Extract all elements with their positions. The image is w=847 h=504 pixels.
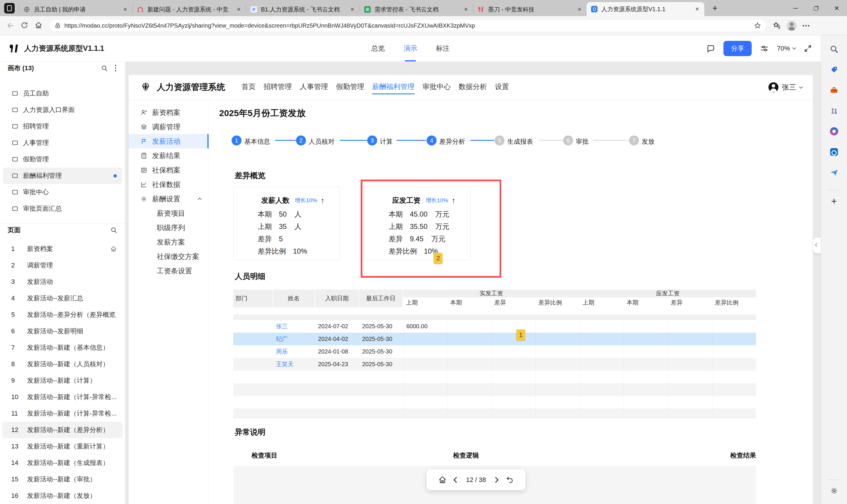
user-menu[interactable]: 张三 <box>768 82 802 92</box>
page-item-selected[interactable]: 12发薪活动--新建（差异分析） <box>2 422 123 438</box>
canvas-item-selected[interactable]: 薪酬福利管理 <box>3 167 122 184</box>
page-item[interactable]: 4发薪活动--发薪汇总 <box>2 290 123 307</box>
outlook-icon[interactable] <box>830 147 839 156</box>
table-row-selected[interactable]: 纪广 2024-04-022025-05-30 <box>233 333 756 345</box>
restart-icon[interactable] <box>505 476 514 484</box>
browser-tab-3[interactable]: B1.人力资源系统 - 飞书云文档 × <box>246 3 360 16</box>
table-row[interactable]: 王笑天 2025-04-232025-05-30 <box>233 358 756 371</box>
sidebar-subitem-payslip-settings[interactable]: 工资条设置 <box>128 264 209 278</box>
nav-home[interactable]: 首页 <box>242 82 256 93</box>
nav-data-analysis[interactable]: 数据分析 <box>459 82 487 93</box>
page-item[interactable]: 3发薪活动 <box>2 274 123 290</box>
step-circle-3[interactable]: 3 <box>367 136 377 145</box>
canvas-item[interactable]: 人事管理 <box>3 134 122 151</box>
sidebar-subitem-salary-items[interactable]: 薪资项目 <box>128 206 209 220</box>
url-input[interactable]: https://modao.cc/proto/FyNsoVZ6t54n47PSA… <box>49 19 767 32</box>
sidebar-item-payroll-activity[interactable]: 发薪活动 <box>128 134 209 148</box>
url-text[interactable]: https://modao.cc/proto/FyNsoVZ6t54n47PSA… <box>65 22 750 29</box>
favorites-bar-icon[interactable] <box>773 21 781 30</box>
browser-menu-icon[interactable] <box>802 25 809 26</box>
annotation-marker-1[interactable]: 1 <box>516 329 525 341</box>
canvas-item[interactable]: 审批页面汇总 <box>3 200 122 217</box>
nav-personnel[interactable]: 人事管理 <box>300 82 328 93</box>
previous-page-icon[interactable] <box>453 477 459 483</box>
page-item[interactable]: 2调薪管理 <box>2 257 123 274</box>
canvas-item[interactable]: 假勤管理 <box>3 151 122 167</box>
browser-tab-4[interactable]: 需求管控表 - 飞书云文档 × <box>360 3 473 16</box>
favorite-star-icon[interactable] <box>754 22 761 29</box>
add-sidebar-app-icon[interactable]: + <box>830 197 839 205</box>
browser-tab-5[interactable]: 墨刀 - 中竞发科技 × <box>473 3 587 16</box>
page-item[interactable]: 8发薪活动--新建（人员核对） <box>2 356 123 372</box>
fullscreen-icon[interactable] <box>804 44 812 53</box>
tab-close-icon[interactable]: × <box>122 5 128 13</box>
search-icon[interactable] <box>110 227 117 234</box>
sidebar-settings-gear-icon[interactable] <box>830 486 839 495</box>
step-circle-1[interactable]: 1 <box>231 136 242 145</box>
microsoft-365-icon[interactable] <box>830 127 839 136</box>
step-circle-5[interactable]: 5 <box>495 136 504 145</box>
site-permissions-icon[interactable] <box>54 22 61 29</box>
canvas-item[interactable]: 人力资源入口界面 <box>3 102 122 118</box>
table-row[interactable]: 周乐 2024-01-082025-05-30 <box>233 345 756 358</box>
kebab-menu-icon[interactable] <box>114 65 118 71</box>
shopping-tag-icon[interactable] <box>830 65 839 74</box>
tab-close-icon[interactable]: × <box>463 5 469 13</box>
tab-overview[interactable]: 总览 <box>371 35 385 61</box>
games-icon[interactable] <box>830 106 839 115</box>
comment-icon[interactable] <box>706 44 715 53</box>
page-item[interactable]: 10发薪活动--新建（计算-异常检... <box>2 389 123 405</box>
sidebar-item-salary-settings[interactable]: 薪酬设置 <box>128 192 209 206</box>
page-item[interactable]: 6发薪活动--发薪明细 <box>2 323 123 339</box>
sidebar-item-salary-archive[interactable]: 薪资档案 <box>128 105 209 120</box>
nav-payroll-benefits[interactable]: 薪酬福利管理 <box>372 82 415 93</box>
tab-close-icon[interactable]: × <box>694 5 700 13</box>
tab-annotate[interactable]: 标注 <box>436 35 450 61</box>
browser-tab-active[interactable]: 人力资源系统原型V1.1.1 × <box>587 2 704 16</box>
send-plane-icon[interactable] <box>830 168 839 177</box>
canvas-item[interactable]: 审批中心 <box>3 184 122 200</box>
zoom-control[interactable]: 70% <box>777 45 796 52</box>
page-item[interactable]: 13发薪活动--新建（重新计算） <box>2 438 123 455</box>
toolbox-icon[interactable] <box>830 86 839 95</box>
step-circle-2[interactable]: 2 <box>296 136 306 145</box>
sidebar-item-social-archive[interactable]: 社保档案 <box>128 163 209 177</box>
search-icon[interactable] <box>830 45 839 53</box>
refresh-icon[interactable] <box>21 21 29 30</box>
restore-button[interactable] <box>806 0 826 16</box>
tab-close-icon[interactable]: × <box>576 5 583 13</box>
workspaces-icon[interactable] <box>4 3 15 14</box>
employee-link[interactable]: 纪广 <box>273 333 315 345</box>
sidebar-subitem-payroll-plan[interactable]: 发薪方案 <box>128 235 209 249</box>
browser-tab-2[interactable]: 新建问题 - 人力资源系统 - 中竞 × <box>133 3 246 16</box>
minimize-button[interactable]: ─ <box>785 0 806 16</box>
tab-present[interactable]: 演示 <box>404 35 417 61</box>
search-icon[interactable] <box>101 65 108 72</box>
table-row[interactable]: 张三 2024-07-022025-05-30 6000.00 <box>233 320 756 333</box>
canvas-item[interactable]: 招聘管理 <box>3 118 122 134</box>
next-page-icon[interactable] <box>493 477 499 483</box>
page-item[interactable]: 16发薪活动--新建（发放） <box>2 488 123 504</box>
settings-sliders-icon[interactable] <box>760 44 769 53</box>
page-item[interactable]: 7发薪活动--新建（基本信息） <box>2 339 123 356</box>
nav-attendance[interactable]: 假勤管理 <box>336 82 364 93</box>
step-circle-7[interactable]: 7 <box>629 136 639 145</box>
step-circle-6[interactable]: 6 <box>563 136 573 145</box>
annotation-marker-2[interactable]: 2 <box>434 253 443 264</box>
page-item[interactable]: 9发薪活动--新建（计算） <box>2 372 123 389</box>
page-item[interactable]: 15发薪活动--新建（审批） <box>2 471 123 488</box>
page-item[interactable]: 11发薪活动--新建（计算-异常检... <box>2 405 123 422</box>
employee-link[interactable]: 张三 <box>273 320 315 333</box>
nav-approval-center[interactable]: 审批中心 <box>422 82 451 93</box>
page-item[interactable]: 14发薪活动--新建（生成报表） <box>2 455 123 471</box>
step-circle-4[interactable]: 4 <box>427 136 437 145</box>
employee-link[interactable]: 王笑天 <box>273 358 315 371</box>
browser-tab-1[interactable]: 员工自助 | 我的申请 × <box>19 3 133 16</box>
browser-profile-avatar[interactable] <box>787 21 797 31</box>
nav-settings[interactable]: 设置 <box>495 82 509 93</box>
home-icon[interactable] <box>35 21 43 30</box>
sidebar-item-payroll-result[interactable]: 发薪结果 <box>128 148 209 163</box>
page-item[interactable]: 5发薪活动--差异分析（差异概览） <box>2 307 123 323</box>
page-item[interactable]: 1 薪资档案 <box>2 241 123 257</box>
tab-close-icon[interactable]: × <box>349 5 356 13</box>
